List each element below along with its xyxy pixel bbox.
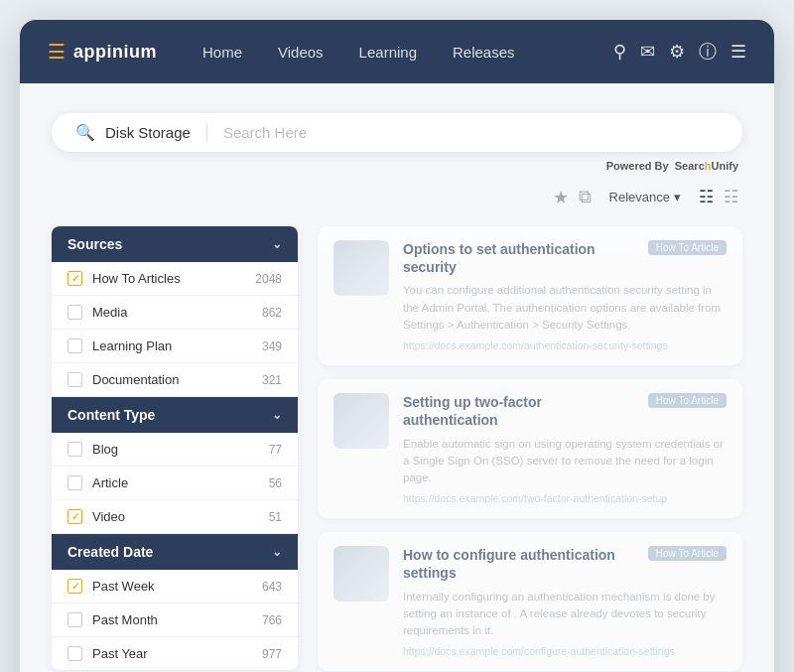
toolbar-row: ★ ⧉ Relevance ▾ ☷ ☷ (52, 186, 742, 208)
result-title-1: Setting up two-factor authentication (403, 393, 640, 429)
content-area: Sources ⌄ How To Articles 2048 Media 862 (52, 226, 742, 672)
filter-label-media: Media (92, 305, 252, 320)
nav-home[interactable]: Home (189, 36, 256, 68)
filter-checkbox-past-week[interactable] (67, 579, 82, 594)
filter-checkbox-past-year[interactable] (67, 646, 82, 661)
filter-checkbox-past-month[interactable] (67, 612, 82, 627)
result-thumb-0 (333, 240, 389, 296)
created-date-label: Created Date (67, 544, 153, 560)
result-link-0: https://docs.example.com/authentication-… (403, 339, 727, 351)
logo-icon: ☰ (48, 40, 66, 64)
result-card-1[interactable]: Setting up two-factor authentication How… (318, 379, 742, 518)
result-desc-0: You can configure additional authenticat… (403, 282, 727, 334)
bookmark-icon[interactable]: ★ (553, 187, 569, 208)
search-results: Options to set authentication security H… (318, 226, 742, 672)
content-type-chevron-icon: ⌄ (272, 408, 282, 422)
search-bar[interactable]: 🔍 Disk Storage Search Here (52, 113, 742, 152)
logo[interactable]: ☰ appinium (48, 40, 157, 64)
filter-label-blog: Blog (92, 442, 259, 457)
brand-name: SearchUnify (675, 160, 738, 172)
sort-chevron-icon: ▾ (674, 190, 681, 204)
logo-text: appinium (73, 42, 157, 63)
filter-label-past-month: Past Month (92, 612, 252, 627)
filter-checkbox-how-to[interactable] (67, 271, 82, 286)
filter-item-media: Media 862 (52, 296, 298, 330)
nav-links: Home Videos Learning Releases (189, 36, 613, 68)
search-query-text: Disk Storage (105, 124, 207, 141)
filter-count-past-year: 977 (262, 647, 282, 661)
result-card-0[interactable]: Options to set authentication security H… (318, 226, 742, 365)
search-placeholder-text: Search Here (223, 124, 719, 141)
filter-count-media: 862 (262, 306, 282, 320)
result-thumb-1 (333, 393, 389, 449)
sources-header[interactable]: Sources ⌄ (52, 226, 298, 262)
created-date-header[interactable]: Created Date ⌄ (52, 534, 298, 570)
filter-count-video: 51 (269, 510, 282, 524)
sources-label: Sources (67, 236, 122, 252)
grid-view-icon[interactable]: ☷ (724, 187, 738, 207)
filter-count-blog: 77 (269, 443, 282, 457)
filter-checkbox-media[interactable] (67, 305, 82, 320)
result-link-2: https://docs.example.com/configure-authe… (403, 645, 727, 657)
filter-count-past-week: 643 (262, 580, 282, 594)
result-title-0: Options to set authentication security (403, 240, 640, 276)
filter-item-article: Article 56 (52, 467, 298, 500)
sources-filter-section: Sources ⌄ How To Articles 2048 Media 862 (52, 226, 298, 670)
result-thumb-2 (333, 546, 389, 602)
filter-checkbox-learning-plan[interactable] (67, 338, 82, 353)
nav-learning[interactable]: Learning (345, 36, 431, 68)
result-badge-1: How To Article (648, 393, 727, 408)
filter-item-past-month: Past Month 766 (52, 604, 298, 637)
navbar: ☰ appinium Home Videos Learning Releases… (20, 20, 774, 83)
result-badge-2: How To Article (648, 546, 727, 561)
filter-checkbox-article[interactable] (67, 475, 82, 490)
powered-by-text: Powered By SearchUnify (52, 160, 742, 172)
filter-count-how-to: 2048 (255, 272, 282, 286)
menu-icon[interactable]: ☰ (730, 41, 746, 63)
filter-count-article: 56 (269, 476, 282, 490)
sort-label: Relevance (609, 190, 670, 204)
sources-chevron-icon: ⌄ (272, 237, 282, 251)
filter-label-video: Video (92, 509, 259, 524)
result-desc-1: Enable automatic sign on using operating… (403, 436, 727, 487)
filter-label-learning-plan: Learning Plan (92, 338, 252, 353)
filter-item-blog: Blog 77 (52, 433, 298, 467)
result-link-1: https://docs.example.com/two-factor-auth… (403, 492, 727, 504)
filter-checkbox-documentation[interactable] (67, 372, 82, 387)
filter-count-learning-plan: 349 (262, 339, 282, 353)
search-icon[interactable]: ⚲ (613, 41, 626, 63)
content-type-header[interactable]: Content Type ⌄ (52, 397, 298, 433)
result-title-2: How to configure authentication settings (403, 546, 640, 582)
nav-action-icons: ⚲ ✉ ⚙ ⓘ ☰ (613, 40, 746, 64)
filter-item-documentation: Documentation 321 (52, 363, 298, 397)
filter-count-past-month: 766 (262, 613, 282, 627)
search-input-icon: 🔍 (75, 123, 95, 142)
result-body-0: Options to set authentication security H… (403, 240, 727, 351)
sidebar-filters: Sources ⌄ How To Articles 2048 Media 862 (52, 226, 298, 672)
bell-icon[interactable]: ✉ (640, 41, 655, 63)
filter-checkbox-video[interactable] (67, 509, 82, 524)
filter-label-article: Article (92, 475, 259, 490)
list-view-icon[interactable]: ☷ (699, 187, 714, 207)
filter-item-learning-plan: Learning Plan 349 (52, 330, 298, 363)
nav-releases[interactable]: Releases (439, 36, 529, 68)
filter-label-past-year: Past Year (92, 646, 252, 661)
filter-item-video: Video 51 (52, 500, 298, 534)
result-body-2: How to configure authentication settings… (403, 546, 727, 657)
nav-videos[interactable]: Videos (264, 36, 337, 68)
filter-label-past-week: Past Week (92, 579, 252, 594)
help-icon[interactable]: ⓘ (699, 40, 717, 64)
powered-by-label: Powered By (606, 160, 669, 172)
filter-checkbox-blog[interactable] (67, 442, 82, 457)
result-badge-0: How To Article (648, 240, 727, 255)
gear-icon[interactable]: ⚙ (669, 41, 685, 63)
result-title-row-1: Setting up two-factor authentication How… (403, 393, 727, 429)
result-card-2[interactable]: How to configure authentication settings… (318, 532, 742, 671)
result-title-row-0: Options to set authentication security H… (403, 240, 727, 276)
filter-item-past-week: Past Week 643 (52, 570, 298, 604)
created-date-chevron-icon: ⌄ (272, 545, 282, 559)
browser-window: ☰ appinium Home Videos Learning Releases… (20, 20, 774, 672)
copy-icon[interactable]: ⧉ (579, 187, 592, 207)
main-content: 🔍 Disk Storage Search Here Powered By Se… (20, 83, 774, 672)
sort-dropdown[interactable]: Relevance ▾ (601, 186, 689, 208)
